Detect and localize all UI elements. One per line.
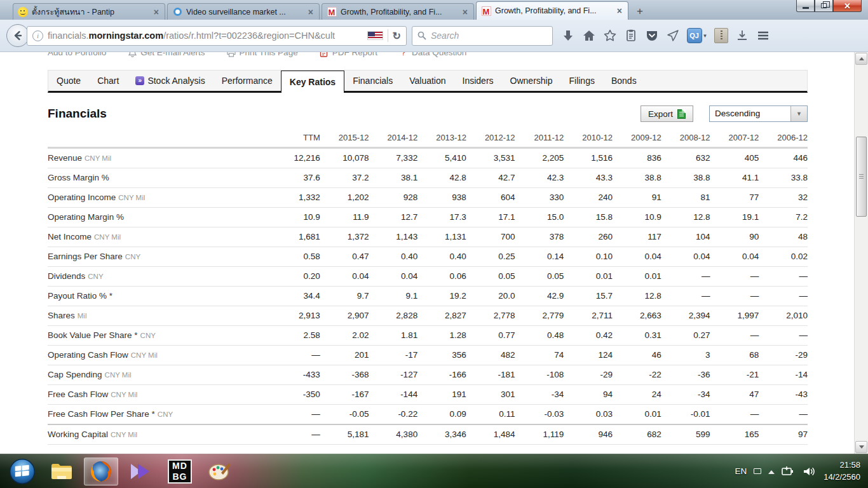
browser-tab[interactable]: MGrowth, Profitability, and Fi...× <box>322 3 474 20</box>
send-tab-icon[interactable] <box>664 27 682 44</box>
action-link[interactable]: PDF Report <box>320 52 377 57</box>
tab-close-icon[interactable]: × <box>153 7 160 17</box>
restore-button[interactable] <box>815 0 833 12</box>
table-row: Free Cash Flow Per Share *CNY—-0.05-0.22… <box>48 405 808 425</box>
keyboard-layout-icon[interactable] <box>754 468 761 474</box>
home-icon[interactable] <box>580 27 598 44</box>
pdf-icon <box>320 52 329 57</box>
action-link[interactable]: ?Data Question <box>399 52 466 57</box>
new-tab-button[interactable]: + <box>630 4 649 20</box>
cell-value: — <box>759 326 808 346</box>
bookmarks-menu-icon[interactable] <box>622 27 640 44</box>
back-button[interactable] <box>6 24 29 47</box>
cell-value: 12.7 <box>369 208 417 227</box>
cell-value: 260 <box>564 227 613 247</box>
taskbar-app-paint[interactable] <box>202 458 236 485</box>
nav-tab-chart[interactable]: Chart <box>89 71 127 91</box>
tab-strip: ตั้งกระทู้สนทนา - Pantip×Video surveilla… <box>13 1 630 20</box>
language-indicator[interactable]: EN <box>735 466 747 476</box>
cell-value: 1.28 <box>417 326 466 346</box>
row-label: Operating Margin % <box>48 212 124 222</box>
cell-value: 2,913 <box>271 306 320 326</box>
cell-value: 0.40 <box>369 247 417 267</box>
minimize-button[interactable] <box>796 0 815 12</box>
nav-tab-key-ratios[interactable]: Key Ratios <box>281 71 344 93</box>
qj-extension-badge[interactable]: QJ▼ <box>685 27 709 44</box>
close-button[interactable]: ✕ <box>833 0 862 12</box>
cell-value: 700 <box>466 227 515 247</box>
search-input[interactable]: Search <box>412 26 553 46</box>
taskbar-app-windows-explorer[interactable] <box>44 458 79 485</box>
browser-tab[interactable]: Video surveillance market ...× <box>167 3 320 20</box>
cell-value: -0.05 <box>320 405 369 425</box>
browser-tab[interactable]: MGrowth, Profitability, and Fi...× <box>476 1 628 20</box>
cell-value: 446 <box>759 148 808 168</box>
nav-tab-stock-analysis[interactable]: »Stock Analysis <box>127 71 213 91</box>
tab-close-icon[interactable]: × <box>461 7 469 17</box>
nav-tab-performance[interactable]: Performance <box>214 71 281 91</box>
scrollbar-thumb[interactable] <box>856 137 867 217</box>
row-unit: CNY Mil <box>105 371 132 379</box>
toolbar-icons: QJ▼ <box>559 27 772 44</box>
nav-tab-financials[interactable]: Financials <box>344 71 401 91</box>
column-header: 2006-12 <box>759 130 808 148</box>
column-header: TTM <box>271 130 320 148</box>
nav-tab-filings[interactable]: Filings <box>560 71 602 91</box>
table-row: Gross Margin %37.637.238.142.842.742.343… <box>48 168 808 188</box>
action-link[interactable]: Add to Portfolio <box>48 52 106 57</box>
save-page-icon[interactable] <box>733 27 751 44</box>
cell-value: 2,827 <box>417 306 466 326</box>
show-hidden-icons-button[interactable] <box>768 467 775 474</box>
cell-value: 104 <box>661 227 710 247</box>
cell-value: -43 <box>759 385 808 405</box>
bookmark-star-icon[interactable] <box>601 27 619 44</box>
screenshot-extension-icon[interactable] <box>712 27 730 44</box>
nav-tab-ownership[interactable]: Ownership <box>502 71 561 91</box>
start-button[interactable] <box>5 458 39 485</box>
menu-hamburger-icon[interactable] <box>754 27 772 44</box>
scroll-down-button[interactable] <box>855 441 867 453</box>
column-header: 2015-12 <box>320 130 369 148</box>
nav-tab-bonds[interactable]: Bonds <box>603 71 645 91</box>
vertical-scrollbar[interactable] <box>854 52 868 454</box>
taskbar-clock[interactable]: 21:58 14/2/2560 <box>824 459 860 482</box>
url-text[interactable]: financials.morningstar.com/ratios/r.html… <box>48 30 363 41</box>
volume-icon[interactable] <box>803 466 817 477</box>
action-link[interactable]: Get E-mail Alerts <box>128 52 205 57</box>
cell-value: 74 <box>515 346 564 365</box>
tab-close-icon[interactable]: × <box>616 6 623 16</box>
export-button[interactable]: Export <box>641 105 693 122</box>
tab-close-icon[interactable]: × <box>307 7 315 17</box>
action-link[interactable]: Print This Page <box>227 52 298 57</box>
printer-icon <box>227 52 236 57</box>
cell-value: 2.58 <box>271 326 320 346</box>
cell-value: 5,181 <box>320 424 369 445</box>
cell-value: — <box>661 287 710 306</box>
url-bar[interactable]: i financials.morningstar.com/ratios/r.ht… <box>27 26 407 46</box>
cell-value: 836 <box>613 148 661 168</box>
cell-value: 3 <box>661 346 710 365</box>
taskbar-app-kmplayer[interactable] <box>123 458 158 485</box>
row-unit: CNY Mil <box>111 391 137 398</box>
browser-tab[interactable]: ตั้งกระทู้สนทนา - Pantip× <box>13 3 165 20</box>
reload-icon[interactable]: ↻ <box>393 30 401 42</box>
cell-value: 0.58 <box>271 247 320 267</box>
search-icon <box>417 31 426 40</box>
sort-order-select[interactable]: Descending ▼ <box>709 105 808 122</box>
us-flag-icon[interactable] <box>367 31 383 40</box>
download-arrow-icon[interactable] <box>559 27 577 44</box>
taskbar-app-mdbg[interactable]: MDBG <box>163 458 197 485</box>
nav-tab-quote[interactable]: Quote <box>48 71 89 91</box>
chevron-down-icon[interactable]: ▼ <box>790 106 807 121</box>
battery-icon[interactable] <box>782 466 796 477</box>
tab-title: ตั้งกระทู้สนทนา - Pantip <box>32 6 149 18</box>
cell-value: 81 <box>661 188 710 208</box>
cell-value: 2,711 <box>564 306 613 326</box>
nav-tab-valuation[interactable]: Valuation <box>401 71 454 91</box>
column-header: 2007-12 <box>710 130 759 148</box>
nav-tab-insiders[interactable]: Insiders <box>454 71 502 91</box>
pocket-icon[interactable] <box>643 27 661 44</box>
scroll-up-button[interactable] <box>855 53 867 65</box>
taskbar-app-firefox[interactable] <box>84 458 118 485</box>
page-info-icon[interactable]: i <box>32 30 43 41</box>
